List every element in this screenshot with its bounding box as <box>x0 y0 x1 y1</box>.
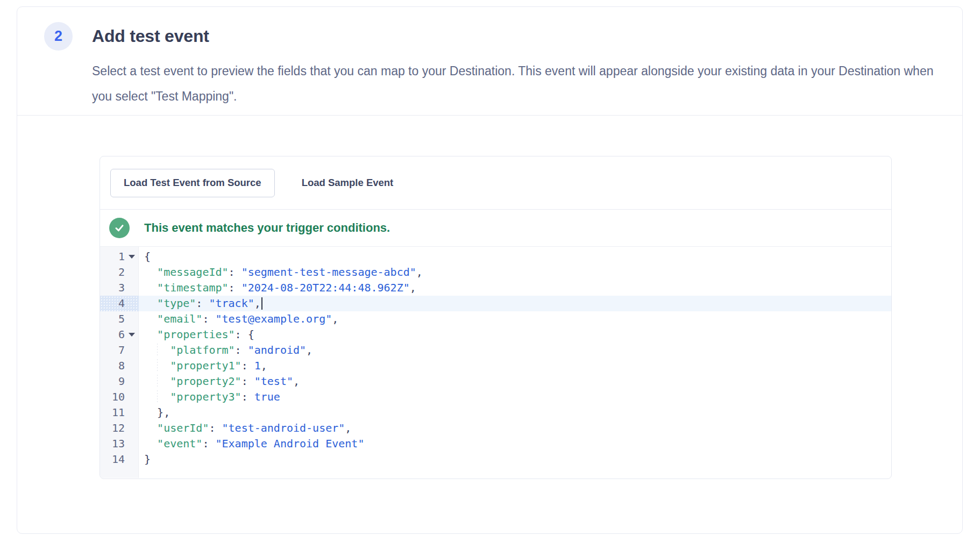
line-number: 11 <box>100 405 125 420</box>
check-circle-icon <box>109 218 130 238</box>
code-token: "Example Android Event" <box>215 437 364 450</box>
code-token: "test@example.org" <box>215 312 332 325</box>
code-token: : <box>242 390 254 403</box>
code-lines: 1{2 "messageId": "segment-test-message-a… <box>100 249 891 467</box>
code-token: , <box>416 266 423 278</box>
line-number: 9 <box>100 374 125 389</box>
event-loader-toolbar: Load Test Event from Source Load Sample … <box>100 156 891 210</box>
code-token: "android" <box>248 344 306 356</box>
line-number: 10 <box>100 389 125 405</box>
code-token <box>144 281 157 294</box>
line-number: 12 <box>100 420 125 436</box>
code-token: "property2" <box>170 375 241 388</box>
code-token <box>144 344 170 356</box>
trigger-status-row: This event matches your trigger conditio… <box>100 210 891 247</box>
code-token: true <box>254 390 280 403</box>
code-token: , <box>306 344 313 356</box>
code-token <box>144 422 157 434</box>
code-token: : <box>196 297 209 310</box>
code-token: : <box>242 359 254 372</box>
code-token: : <box>202 437 215 450</box>
code-token: : { <box>235 328 254 341</box>
load-test-event-button[interactable]: Load Test Event from Source <box>110 169 275 197</box>
code-token: "userId" <box>157 422 209 434</box>
code-line[interactable]: 14} <box>100 452 891 467</box>
code-token <box>144 375 170 388</box>
code-line[interactable]: 11 }, <box>100 405 891 420</box>
code-token: "segment-test-message-abcd" <box>242 266 416 278</box>
code-token: "property1" <box>170 359 241 372</box>
status-message: This event matches your trigger conditio… <box>144 221 390 235</box>
code-token: "email" <box>157 312 202 325</box>
code-token: 1 <box>254 359 261 372</box>
step-number: 2 <box>54 28 62 45</box>
line-number: 5 <box>100 311 125 327</box>
code-token: "messageId" <box>157 266 228 278</box>
line-number: 2 <box>100 265 125 280</box>
fold-toggle-icon[interactable] <box>129 333 135 337</box>
code-token <box>144 312 157 325</box>
code-token <box>144 406 157 419</box>
code-line[interactable]: 9 "property2": "test", <box>100 374 891 389</box>
page-description: Select a test event to preview the field… <box>92 59 947 109</box>
line-number: 1 <box>100 249 125 265</box>
code-token <box>144 359 170 372</box>
code-line[interactable]: 6 "properties": { <box>100 327 891 342</box>
text-cursor <box>261 297 262 310</box>
line-number: 4 <box>100 296 125 311</box>
code-line[interactable]: 12 "userId": "test-android-user", <box>100 420 891 436</box>
code-token: "event" <box>157 437 202 450</box>
code-token: : <box>235 344 248 356</box>
code-token: , <box>261 359 267 372</box>
code-token: "properties" <box>157 328 235 341</box>
step-number-badge: 2 <box>44 22 73 51</box>
code-line[interactable]: 8 "property1": 1, <box>100 358 891 374</box>
header-divider <box>17 115 962 116</box>
code-line[interactable]: 4 "type": "track", <box>100 296 891 311</box>
code-token: : <box>229 266 242 278</box>
code-token: , <box>332 312 338 325</box>
code-token: }, <box>157 406 170 419</box>
line-number: 8 <box>100 358 125 374</box>
code-line[interactable]: 3 "timestamp": "2024-08-20T22:44:48.962Z… <box>100 280 891 296</box>
code-token: "test-android-user" <box>222 422 345 434</box>
code-line[interactable]: 1{ <box>100 249 891 265</box>
code-token: , <box>345 422 351 434</box>
add-test-event-card: 2 Add test event Select a test event to … <box>17 6 963 534</box>
code-token: "property3" <box>170 390 241 403</box>
fold-toggle-icon[interactable] <box>129 255 135 259</box>
code-token <box>144 266 157 278</box>
line-number: 14 <box>100 452 125 467</box>
code-token <box>144 328 157 341</box>
code-token: , <box>254 297 261 310</box>
page-title: Add test event <box>92 26 209 46</box>
code-token <box>144 390 170 403</box>
load-sample-event-button[interactable]: Load Sample Event <box>296 169 399 197</box>
code-token: { <box>144 250 151 263</box>
code-line[interactable]: 5 "email": "test@example.org", <box>100 311 891 327</box>
code-token: "test" <box>254 375 293 388</box>
code-line[interactable]: 10 "property3": true <box>100 389 891 405</box>
code-line[interactable]: 13 "event": "Example Android Event" <box>100 436 891 452</box>
code-token: : <box>209 422 222 434</box>
code-token: } <box>144 453 151 466</box>
test-event-panel: Load Test Event from Source Load Sample … <box>100 156 892 479</box>
line-number: 13 <box>100 436 125 452</box>
line-number: 3 <box>100 280 125 296</box>
code-token <box>144 437 157 450</box>
code-token: , <box>410 281 416 294</box>
code-token: : <box>202 312 215 325</box>
code-token: : <box>242 375 254 388</box>
line-number: 6 <box>100 327 125 342</box>
code-token: , <box>293 375 300 388</box>
line-number: 7 <box>100 342 125 358</box>
code-line[interactable]: 2 "messageId": "segment-test-message-abc… <box>100 265 891 280</box>
json-editor[interactable]: 1{2 "messageId": "segment-test-message-a… <box>100 247 891 478</box>
code-line[interactable]: 7 "platform": "android", <box>100 342 891 358</box>
code-token: "platform" <box>170 344 235 356</box>
code-token: "timestamp" <box>157 281 228 294</box>
code-token: : <box>229 281 242 294</box>
code-token: "type" <box>157 297 196 310</box>
code-token <box>144 297 157 310</box>
code-token: "2024-08-20T22:44:48.962Z" <box>242 281 410 294</box>
